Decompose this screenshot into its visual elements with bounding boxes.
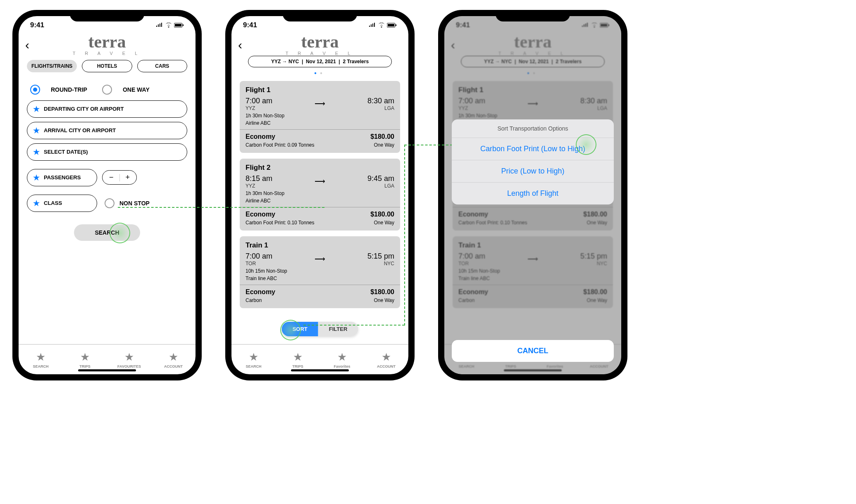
cancel-button[interactable]: CANCEL (452, 340, 614, 362)
sort-option-length[interactable]: Length of Flight (452, 183, 614, 204)
search-summary[interactable]: YYZ → NYC | Nov 12, 2021 | 2 Travelers (248, 56, 392, 67)
result-title: Flight 2 (246, 164, 394, 172)
sort-filter-bar: SORT FILTER (282, 322, 358, 336)
tab-hotels[interactable]: HOTELS (82, 60, 132, 72)
star-icon: ★ (33, 105, 40, 114)
sort-option-price[interactable]: Price (Low to High) (452, 160, 614, 183)
result-card[interactable]: Train 17:00 amTOR⟶5:15 pmNYC10h 15m Non-… (240, 236, 400, 308)
label-nonstop: NON STOP (119, 200, 150, 207)
plus-icon[interactable]: + (126, 173, 130, 182)
brand-logo: terra T R A V E L (38, 34, 176, 56)
nav-account[interactable]: ★ACCOUNT (151, 345, 196, 374)
svg-rect-5 (396, 24, 396, 26)
arrow-icon: ⟶ (485, 99, 580, 108)
star-icon: ★ (33, 126, 40, 135)
filter-button[interactable]: FILTER (318, 322, 358, 336)
home-indicator[interactable] (291, 369, 349, 371)
departing-city-input[interactable]: ★DEPARTING CITY OR AIRPORT (27, 100, 187, 118)
status-icons (369, 23, 397, 28)
tab-cars[interactable]: CARS (137, 60, 187, 72)
star-icon: ★ (33, 147, 40, 157)
sheet-title: Sort Transportation Options (452, 119, 614, 138)
back-button[interactable]: ‹ (25, 38, 38, 52)
svg-rect-8 (608, 24, 609, 26)
nav-search[interactable]: ★SEARCH (231, 345, 276, 374)
result-card[interactable]: Train 17:00 amTOR⟶5:15 pmNYC10h 15m Non-… (453, 236, 613, 308)
class-input[interactable]: ★CLASS (27, 195, 97, 212)
result-title: Flight 1 (246, 86, 394, 94)
brand-logo: terra T R A V E L (250, 34, 389, 56)
nav-account[interactable]: ★ACCOUNT (364, 345, 408, 374)
label-round-trip: ROUND-TRIP (51, 86, 87, 93)
back-button[interactable]: ‹ (238, 38, 250, 52)
select-dates-input[interactable]: ★SELECT DATE(S) (27, 143, 187, 161)
svg-rect-4 (388, 24, 394, 26)
status-time: 9:41 (243, 21, 257, 29)
sort-button[interactable]: SORT (282, 322, 318, 336)
arrow-icon: ⟶ (272, 177, 367, 186)
radio-one-way[interactable] (102, 85, 112, 95)
result-title: Train 1 (246, 241, 394, 250)
status-icons (156, 23, 184, 28)
arrow-icon: ⟶ (485, 254, 580, 264)
status-time: 9:41 (30, 21, 44, 29)
svg-rect-1 (175, 24, 181, 26)
sort-option-carbon[interactable]: Carbon Foot Print (Low to High) (452, 138, 614, 160)
radio-round-trip[interactable] (30, 85, 40, 95)
star-icon: ★ (80, 351, 90, 364)
result-title: Train 1 (458, 241, 607, 250)
star-icon: ★ (36, 351, 45, 364)
star-icon: ★ (33, 173, 40, 182)
search-button[interactable]: SEARCH (74, 224, 140, 241)
arrow-icon: ⟶ (272, 254, 367, 264)
page-dots: ●● (231, 71, 408, 75)
star-icon: ★ (33, 199, 40, 208)
svg-rect-2 (183, 24, 184, 26)
sort-action-sheet: Sort Transportation Options Carbon Foot … (452, 119, 614, 204)
nav-search[interactable]: ★SEARCH (19, 345, 63, 374)
arrival-city-input[interactable]: ★ARRIVAL CITY OR AIRPORT (27, 122, 187, 139)
result-card[interactable]: Flight 28:15 amYYZ⟶9:45 amLGA1h 30m Non-… (240, 159, 400, 231)
star-icon: ★ (124, 351, 134, 364)
result-card[interactable]: Flight 17:00 amYYZ⟶8:30 amLGA1h 30m Non-… (240, 81, 400, 153)
star-icon: ★ (169, 351, 178, 364)
label-one-way: ONE WAY (123, 86, 150, 93)
home-indicator[interactable] (78, 369, 136, 371)
checkbox-nonstop[interactable] (105, 198, 114, 208)
arrow-icon: ⟶ (272, 99, 367, 108)
tab-flights-trains[interactable]: FLIGHTS/TRAINS (27, 60, 77, 72)
minus-icon[interactable]: − (109, 173, 114, 182)
passengers-input[interactable]: ★PASSENGERS (27, 169, 97, 186)
passenger-stepper[interactable]: −+ (102, 170, 137, 185)
result-title: Flight 1 (458, 86, 607, 94)
svg-rect-7 (601, 24, 607, 26)
